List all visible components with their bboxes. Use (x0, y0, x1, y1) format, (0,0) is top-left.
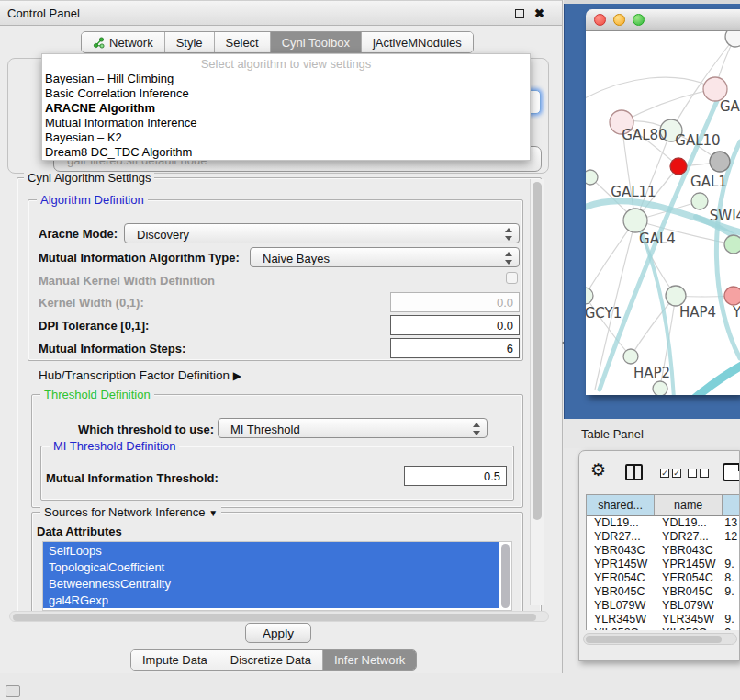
dropdown-item[interactable]: Basic Correlation Inference (42, 85, 530, 100)
tab-cyni-toolbox[interactable]: Cyni Toolbox (271, 32, 362, 52)
apply-button[interactable]: Apply (245, 623, 311, 643)
list-item[interactable]: SelfLoops (43, 542, 499, 559)
tab-network[interactable]: Network (82, 32, 165, 52)
node-hap4[interactable] (666, 286, 686, 306)
close-icon[interactable]: ✖ (534, 6, 544, 20)
dropdown-item[interactable]: Bayesian – Hill Climbing (42, 71, 530, 85)
node-partial-bottom[interactable] (653, 381, 667, 395)
list-item[interactable]: gal4RGexp (43, 592, 499, 608)
export-table-icon[interactable] (723, 463, 740, 481)
aracne-mode-label: Aracne Mode: (39, 227, 118, 241)
unchecked-box-icon (688, 469, 697, 478)
table-row[interactable]: YBL079WYBL079W (587, 599, 740, 613)
algorithm-dropdown-popup: Select algorithm to view settings Bayesi… (41, 53, 531, 161)
node-hap2[interactable] (623, 349, 638, 364)
node-attribute-table[interactable]: shared... name YDL19...YDL19...13 YDR27.… (586, 494, 740, 630)
hub-transcription-factor-section[interactable]: Hub/Transcription Factor Definition ▶ (39, 368, 241, 382)
scrollbar-thumb[interactable] (533, 182, 542, 520)
dropdown-item[interactable]: Mutual Information Inference (42, 115, 530, 130)
tab-style[interactable]: Style (165, 32, 215, 52)
float-icon[interactable] (515, 9, 524, 18)
tab-impute-data[interactable]: Impute Data (131, 650, 219, 670)
teal-edge (694, 358, 740, 395)
scrollbar-thumb[interactable] (586, 636, 722, 643)
network-graph: GAL GAL80 GAL10 GAL11 GAL1 SWI4 GAL4 GCY… (586, 31, 740, 395)
table-horizontal-scrollbar[interactable] (583, 633, 737, 645)
node-label: GAL1 (690, 174, 727, 190)
network-canvas[interactable]: GAL GAL80 GAL10 GAL11 GAL1 SWI4 GAL4 GCY… (586, 31, 740, 395)
tab-jactivemnodules[interactable]: jActiveMNodules (362, 32, 473, 52)
deselect-all-icon[interactable] (688, 469, 709, 478)
list-scrollbar[interactable] (501, 544, 510, 608)
list-item[interactable]: TopologicalCoefficient (43, 559, 499, 575)
minimize-traffic-light-icon[interactable] (613, 14, 625, 26)
dropdown-item[interactable]: Bayesian – K2 (42, 130, 530, 144)
dropdown-item[interactable]: Dream8 DC_TDC Algorithm (42, 144, 530, 159)
node-gal11[interactable] (586, 170, 598, 185)
network-view-window[interactable]: GAL GAL80 GAL10 GAL11 GAL1 SWI4 GAL4 GCY… (586, 9, 740, 395)
table-row[interactable]: YIL052CYIL052C9. (587, 627, 740, 630)
kernel-width-field[interactable]: 0.0 (390, 292, 520, 312)
close-traffic-light-icon[interactable] (594, 14, 606, 26)
table-header-row: shared... name (587, 495, 740, 516)
column-header-partial[interactable] (723, 495, 740, 515)
node-label: SWI4 (710, 208, 740, 224)
control-panel-tabbar: Network Style Select Cyni Toolbox jActiv… (81, 31, 474, 53)
table-row[interactable]: YDL19...YDL19...13 (587, 516, 740, 530)
settings-vertical-scrollbar[interactable] (530, 179, 544, 605)
mi-type-combo[interactable]: Naive Bayes (250, 247, 520, 267)
mi-threshold-field[interactable]: 0.5 (404, 466, 507, 486)
minimized-panel-icon[interactable] (6, 685, 20, 697)
scrollbar-thumb[interactable] (13, 614, 536, 621)
table-row[interactable]: YER054CYER054C8. (587, 571, 740, 585)
node-gal4[interactable] (623, 209, 647, 232)
table-row[interactable]: YBR043CYBR043C (587, 544, 740, 558)
data-attributes-list[interactable]: SelfLoops TopologicalCoefficient Between… (42, 541, 512, 611)
network-window-titlebar[interactable] (586, 9, 740, 31)
screen: Control Panel ✖ Network Style Select Cyn… (0, 0, 740, 700)
column-header-name[interactable]: name (655, 495, 723, 515)
zoom-traffic-light-icon[interactable] (633, 14, 645, 26)
node-label: GAL4 (639, 231, 676, 247)
unchecked-box-icon (700, 469, 709, 478)
dpi-tolerance-field[interactable]: 0.0 (390, 315, 520, 335)
tab-infer-network[interactable]: Infer Network (323, 650, 416, 670)
which-threshold-combo[interactable]: MI Threshold (218, 418, 488, 438)
node-label: Y (732, 304, 740, 321)
node-partial-top[interactable] (725, 31, 740, 47)
dropdown-item-highlighted[interactable]: ARACNE Algorithm (42, 100, 530, 115)
node-swi4[interactable] (724, 235, 740, 254)
column-header-shared-name[interactable]: shared... (587, 495, 655, 515)
aracne-mode-value: Discovery (137, 228, 189, 242)
tab-select[interactable]: Select (215, 32, 271, 52)
control-panel-title: Control Panel (7, 6, 80, 20)
node-pink[interactable] (724, 287, 740, 305)
sources-title[interactable]: Sources for Network Inference ▼ (40, 506, 221, 519)
node-gcy1[interactable] (586, 288, 593, 304)
checked-box-icon: ✓ (672, 469, 681, 478)
tab-discretize-data[interactable]: Discretize Data (219, 650, 323, 670)
table-row[interactable]: YPR145WYPR145W9. (587, 558, 740, 571)
list-item[interactable]: BetweennessCentrality (43, 575, 499, 592)
manual-kernel-checkbox[interactable] (506, 272, 518, 284)
dropdown-placeholder: Select algorithm to view settings (42, 57, 530, 71)
node-red[interactable] (670, 158, 687, 175)
stepper-arrows-icon (504, 228, 512, 241)
table-row[interactable]: YLR345WYLR345W9. (587, 613, 740, 627)
settings-horizontal-scrollbar[interactable] (9, 611, 549, 622)
gear-icon[interactable]: ⚙ (590, 461, 606, 480)
node-gal1[interactable] (691, 193, 708, 209)
data-attributes-label: Data Attributes (37, 525, 122, 538)
mi-steps-label: Mutual Information Steps: (39, 342, 185, 356)
control-panel-titlebar[interactable]: Control Panel ✖ (0, 1, 562, 26)
threshold-definition-title: Threshold Definition (40, 389, 154, 401)
mi-type-value: Naive Bayes (263, 252, 330, 265)
checked-box-icon: ✓ (660, 469, 669, 478)
mi-steps-field[interactable]: 6 (390, 338, 520, 358)
select-all-icon[interactable]: ✓ ✓ (660, 469, 681, 478)
columns-icon[interactable] (625, 464, 643, 480)
aracne-mode-combo[interactable]: Discovery (124, 223, 520, 243)
node-gray[interactable] (710, 152, 730, 172)
table-row[interactable]: YDR27...YDR27...12 (587, 530, 740, 544)
table-row[interactable]: YBR045CYBR045C9. (587, 585, 740, 599)
